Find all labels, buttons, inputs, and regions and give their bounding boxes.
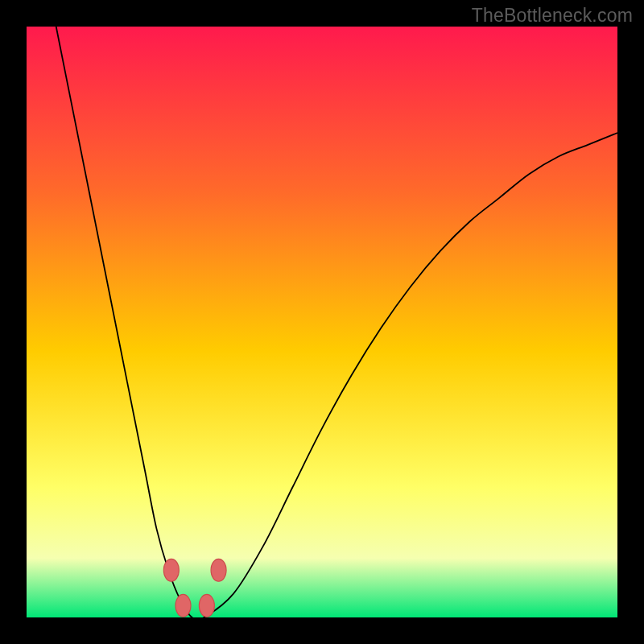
chart-container: TheBottleneck.com	[0, 0, 644, 644]
curve-marker	[175, 594, 191, 617]
curve-marker	[211, 559, 226, 581]
curve-marker	[199, 594, 214, 617]
bottleneck-chart	[27, 27, 617, 617]
watermark-label: TheBottleneck.com	[472, 5, 633, 27]
curve-marker	[163, 559, 179, 581]
